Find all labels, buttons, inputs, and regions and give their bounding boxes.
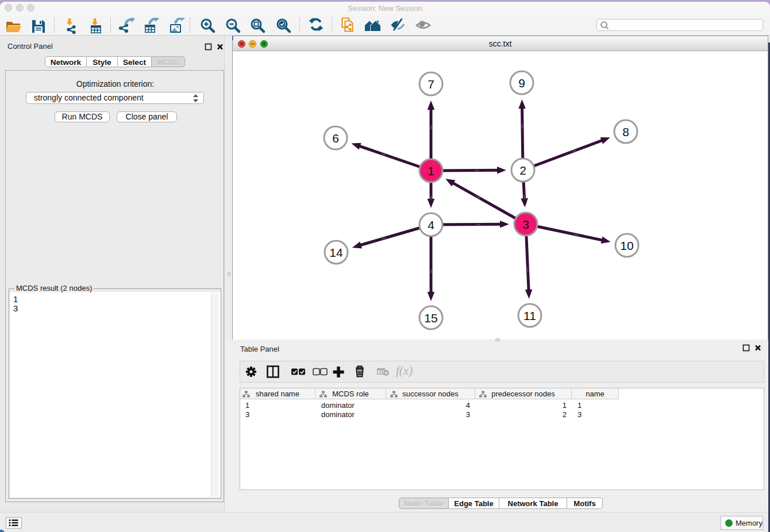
svg-text:6: 6 [332,132,339,145]
svg-text:7: 7 [428,78,434,91]
svg-text:14: 14 [329,246,343,259]
svg-text:9: 9 [518,76,525,90]
svg-text:3: 3 [522,218,529,231]
svg-text:11: 11 [523,309,536,322]
svg-text:1: 1 [428,164,434,178]
svg-text:2: 2 [519,164,526,177]
svg-text:8: 8 [622,125,629,138]
svg-text:15: 15 [424,311,437,325]
svg-text:10: 10 [620,239,633,252]
svg-text:4: 4 [428,218,434,232]
